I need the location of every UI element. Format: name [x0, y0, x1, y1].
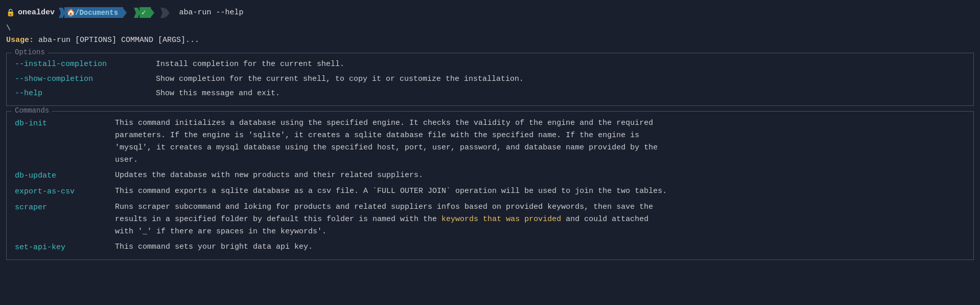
command-name-scraper: scraper [13, 201, 115, 214]
command-row-set-api-key: set-api-key This command sets your brigh… [13, 239, 967, 255]
terminal: 🔒 onealdev 🏠/Documents ✓ [0, 0, 980, 305]
option-row: --help Show this message and exit. [13, 86, 967, 101]
option-row: --show-completion Show completion for th… [13, 72, 967, 87]
usage-text: aba-run [OPTIONS] COMMAND [ARGS]... [34, 36, 199, 45]
command-desc-set-api-key: This command sets your bright data api k… [115, 241, 967, 253]
command-desc-scraper: Runs scraper subcommand and loking for p… [115, 201, 967, 238]
username-label: onealdev [18, 8, 55, 17]
option-name-show: --show-completion [13, 74, 156, 85]
command-desc-db-update: Updates the database with new products a… [115, 169, 967, 182]
svg-marker-5 [166, 8, 170, 18]
backslash-char: \ [6, 24, 11, 33]
option-name-install: --install-completion [13, 59, 156, 71]
usage-keyword: Usage: [6, 36, 34, 45]
check-label: ✓ [139, 7, 151, 18]
svg-marker-1 [123, 8, 127, 18]
command-desc-db-init: This command initializes a database usin… [115, 117, 967, 166]
command-desc-export-as-csv: This command exports a sqlite database a… [115, 185, 967, 198]
title-bar: 🔒 onealdev 🏠/Documents ✓ [0, 4, 980, 21]
highlight-keywords: keywords that was provided [441, 215, 561, 224]
lock-icon: 🔒 [6, 8, 15, 17]
command-name-export-as-csv: export-as-csv [13, 185, 115, 198]
option-desc-help: Show this message and exit. [156, 88, 280, 100]
usage-line: Usage: aba-run [OPTIONS] COMMAND [ARGS].… [0, 34, 980, 51]
backslash-line: \ [0, 23, 980, 34]
options-section: Options --install-completion Install com… [6, 53, 974, 106]
command-name-db-init: db-init [13, 117, 115, 130]
option-desc-show: Show completion for the current shell, t… [156, 74, 524, 85]
command-row-export-as-csv: export-as-csv This command exports a sql… [13, 184, 967, 200]
command-name-db-update: db-update [13, 169, 115, 182]
path-end-icon [123, 8, 129, 18]
svg-marker-3 [150, 8, 154, 18]
commands-section-label: Commands [12, 106, 52, 115]
option-name-help: --help [13, 88, 156, 100]
command-name-set-api-key: set-api-key [13, 241, 115, 254]
option-row: --install-completion Install completion … [13, 57, 967, 72]
check-end-icon [150, 8, 156, 18]
option-desc-install: Install completion for the current shell… [156, 59, 344, 71]
commands-section: Commands db-init This command initialize… [6, 111, 974, 260]
terminal-command: aba-run --help [179, 8, 243, 17]
path-label: 🏠/Documents [64, 7, 123, 18]
options-section-label: Options [12, 48, 48, 56]
command-row-scraper: scraper Runs scraper subcommand and loki… [13, 200, 967, 239]
command-row-db-update: db-update Updates the database with new … [13, 168, 967, 184]
command-row-db-init: db-init This command initializes a datab… [13, 116, 967, 168]
prompt-end-icon [166, 8, 172, 18]
